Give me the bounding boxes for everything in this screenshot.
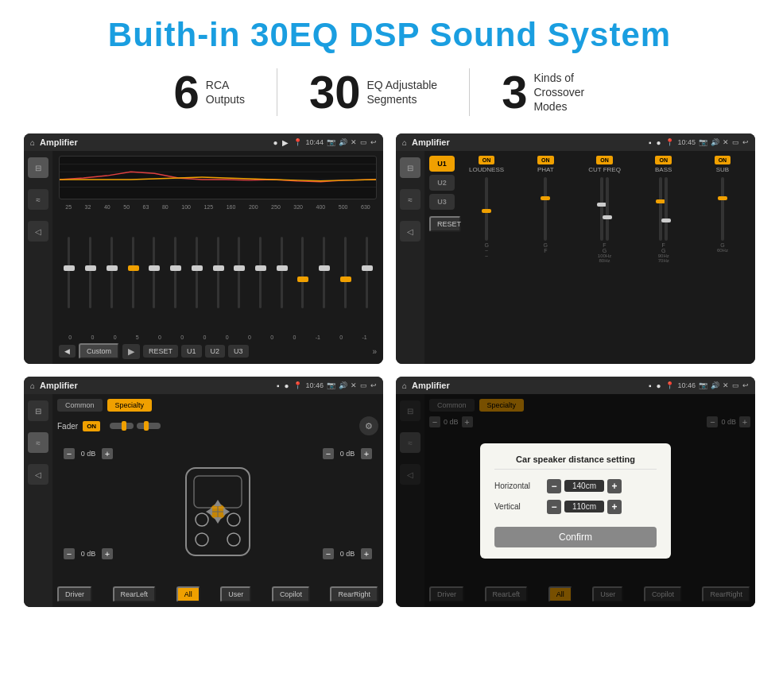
rear-left-minus[interactable]: −: [64, 548, 75, 559]
fader-all-btn[interactable]: All: [176, 586, 200, 602]
eq-prev-btn[interactable]: ◀: [59, 345, 76, 358]
eq-vol-icon: 🔊: [339, 138, 347, 146]
fader-dialog-home-icon[interactable]: ⌂: [402, 381, 407, 390]
loudness-on-badge[interactable]: ON: [479, 156, 495, 164]
svg-point-10: [227, 513, 240, 526]
eq-screen-bar: ⌂ Amplifier ● ▶ 📍 10:44 📷 🔊 ✕ ▭ ↩: [24, 133, 383, 151]
bass-slider-1[interactable]: [659, 177, 662, 241]
phat-slider[interactable]: [544, 177, 547, 241]
eq-reset-btn[interactable]: RESET: [143, 345, 178, 358]
horizontal-plus-btn[interactable]: +: [607, 479, 622, 493]
fader-common-tab[interactable]: Common: [57, 399, 103, 412]
stat-rca: 6 RCAOutputs: [142, 69, 277, 115]
svg-marker-16: [223, 508, 230, 516]
rear-right-plus[interactable]: +: [361, 548, 372, 559]
fader-user-btn[interactable]: User: [220, 586, 251, 602]
crossover-sidebar: ⊟ ≈ ◁: [396, 151, 424, 364]
fader-dialog-back-icon: ↩: [742, 381, 749, 389]
eq-sliders: [59, 212, 377, 333]
eq-bar-right: 📍 10:44 📷 🔊 ✕ ▭ ↩: [293, 138, 377, 146]
eq-slider-1: [80, 237, 101, 308]
eq-bottom-bar: ◀ Custom ▶ RESET U1 U2 U3 »: [59, 343, 377, 359]
crossover-back-icon: ↩: [742, 138, 749, 146]
crossover-reset-btn[interactable]: RESET: [429, 216, 461, 232]
confirm-button[interactable]: Confirm: [494, 527, 657, 547]
eq-slider-3: [122, 237, 143, 308]
fader-specialty-tab[interactable]: Specialty: [107, 399, 153, 412]
horizontal-value: 140cm: [564, 480, 604, 492]
crossover-x-icon: ✕: [723, 138, 729, 146]
fader-sidebar-wave-btn[interactable]: ≈: [28, 432, 48, 453]
dialog-title: Car speaker distance setting: [494, 454, 657, 470]
crossover-sidebar-wave-btn[interactable]: ≈: [400, 189, 421, 210]
stat-eq: 30 EQ AdjustableSegments: [277, 69, 469, 115]
fader-speaker-layout: − 0 dB + − 0 dB +: [57, 440, 378, 583]
svg-marker-14: [214, 517, 222, 524]
front-right-plus[interactable]: +: [361, 448, 372, 459]
eq-u3-btn[interactable]: U3: [228, 345, 249, 358]
eq-custom-btn[interactable]: Custom: [79, 343, 119, 359]
rear-left-plus[interactable]: +: [102, 548, 113, 559]
loudness-slider[interactable]: [485, 177, 488, 241]
svg-marker-15: [206, 508, 212, 516]
cutfreq-slider-2[interactable]: [606, 177, 609, 241]
cutfreq-labels: FG 100Hz 80Hz: [598, 242, 611, 263]
front-right-minus[interactable]: −: [323, 448, 334, 459]
fader-dialog-cam-icon: 📷: [699, 381, 707, 389]
sub-on-badge[interactable]: ON: [715, 156, 731, 164]
rear-left-control: − 0 dB +: [64, 548, 113, 559]
fader-sidebar-speaker-btn[interactable]: ◁: [28, 464, 48, 485]
stat-number-30: 30: [309, 69, 361, 115]
loudness-name: LOUDNESS: [469, 166, 504, 173]
eq-win-icon: ▭: [360, 138, 367, 146]
crossover-sidebar-speaker-btn[interactable]: ◁: [400, 221, 421, 242]
rear-right-value: 0 dB: [336, 550, 358, 558]
fader-driver-btn[interactable]: Driver: [57, 586, 92, 602]
fader-dot1: ▪: [277, 381, 280, 390]
eq-sidebar-eq-btn[interactable]: ⊟: [28, 157, 48, 178]
stat-number-3: 3: [502, 69, 527, 115]
fader-bar-right: 📍 10:46 📷 🔊 ✕ ▭ ↩: [293, 381, 377, 389]
fader-slider-2[interactable]: [137, 423, 161, 429]
vertical-plus-btn[interactable]: +: [607, 500, 622, 514]
rear-right-minus[interactable]: −: [323, 548, 334, 559]
fader-rear-right-btn[interactable]: RearRight: [330, 586, 378, 602]
eq-play-btn[interactable]: ▶: [122, 344, 140, 359]
fader-slider-1[interactable]: [110, 423, 134, 429]
fader-screen: ⌂ Amplifier ▪ ● 📍 10:46 📷 🔊 ✕ ▭ ↩ ⊟ ≈: [24, 377, 383, 607]
crossover-u3-btn[interactable]: U3: [429, 194, 455, 210]
cutfreq-slider-1[interactable]: [600, 177, 603, 241]
phat-on-badge[interactable]: ON: [537, 156, 554, 164]
fader-rear-left-btn[interactable]: RearLeft: [113, 586, 157, 602]
fader-pin-icon: 📍: [293, 381, 302, 389]
eq-sidebar: ⊟ ≈ ◁: [24, 151, 52, 364]
crossover-u1-btn[interactable]: U1: [429, 156, 455, 172]
fader-sidebar-eq-btn[interactable]: ⊟: [28, 400, 48, 421]
fader-home-icon[interactable]: ⌂: [30, 381, 35, 390]
eq-u1-btn[interactable]: U1: [181, 345, 202, 358]
bass-on-badge[interactable]: ON: [655, 156, 672, 164]
eq-time: 10:44: [305, 138, 324, 146]
svg-point-9: [196, 513, 208, 526]
param-phat: ON PHAT GF: [517, 156, 573, 359]
crossover-u2-btn[interactable]: U2: [429, 175, 455, 191]
fader-settings-icon[interactable]: ⚙: [359, 416, 378, 435]
svg-point-12: [227, 533, 240, 546]
sub-slider[interactable]: [721, 177, 724, 241]
eq-home-icon[interactable]: ⌂: [30, 138, 35, 147]
front-left-plus[interactable]: +: [102, 448, 113, 459]
vertical-minus-btn[interactable]: −: [547, 500, 561, 514]
crossover-sidebar-eq-btn[interactable]: ⊟: [400, 157, 421, 178]
eq-slider-0: [59, 237, 79, 308]
crossover-content: ⊟ ≈ ◁ U1 U2 U3 RESET ON LOU: [396, 151, 755, 364]
bass-slider-2[interactable]: [665, 177, 668, 241]
cutfreq-on-badge[interactable]: ON: [596, 156, 613, 164]
front-left-minus[interactable]: −: [64, 448, 75, 459]
horizontal-minus-btn[interactable]: −: [547, 479, 561, 493]
eq-u2-btn[interactable]: U2: [205, 345, 226, 358]
fader-copilot-btn[interactable]: Copilot: [272, 586, 310, 602]
eq-sidebar-speaker-btn[interactable]: ◁: [28, 221, 48, 242]
eq-sidebar-wave-btn[interactable]: ≈: [28, 189, 48, 210]
crossover-home-icon[interactable]: ⌂: [402, 138, 407, 147]
eq-value-labels: 00050000000-10-1: [59, 335, 377, 340]
